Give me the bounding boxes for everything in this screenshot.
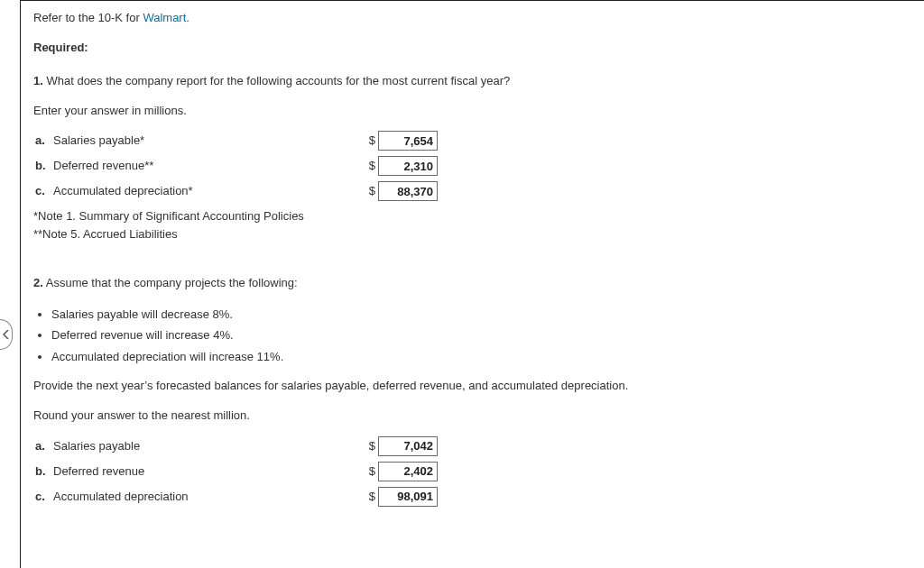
chevron-left-icon [3, 328, 9, 342]
q2-input-deferred[interactable] [378, 462, 438, 481]
q2-row-a: a. Salaries payable $ [33, 434, 911, 459]
q1-prompt: 1. What does the company report for the … [33, 72, 911, 90]
row-label: Deferred revenue** [53, 157, 365, 175]
row-label: Accumulated depreciation [53, 488, 365, 506]
row-letter: a. [33, 437, 53, 455]
question-content: Refer to the 10-K for Walmart. Required:… [20, 0, 924, 568]
required-heading: Required: [33, 39, 911, 57]
row-letter: b. [33, 157, 53, 175]
q2-number: 2. [33, 276, 43, 289]
dollar-sign: $ [365, 157, 378, 175]
q1-text: What does the company report for the fol… [43, 74, 510, 87]
row-letter: c. [33, 488, 53, 506]
dollar-sign: $ [365, 463, 378, 481]
q1-row-a: a. Salaries payable* $ [33, 128, 911, 153]
dollar-sign: $ [365, 182, 378, 200]
q1-instruction: Enter your answer in millions. [33, 102, 911, 120]
q1-row-c: c. Accumulated depreciation* $ [33, 179, 911, 204]
note-2: **Note 5. Accrued Liabilities [33, 225, 911, 243]
row-label: Salaries payable [53, 437, 365, 455]
q1-input-depreciation[interactable] [378, 181, 438, 201]
row-label: Salaries payable* [53, 132, 365, 150]
walmart-link[interactable]: Walmart. [143, 11, 189, 24]
bullet-item: Accumulated depreciation will increase 1… [51, 346, 911, 367]
row-letter: b. [33, 463, 53, 481]
q2-row-b: b. Deferred revenue $ [33, 459, 911, 484]
refer-prefix: Refer to the 10-K for [33, 11, 143, 24]
row-letter: a. [33, 132, 53, 150]
q1-notes: *Note 1. Summary of Significant Accounti… [33, 207, 911, 243]
row-label: Accumulated depreciation* [53, 182, 365, 200]
q2-input-salaries[interactable] [378, 436, 438, 456]
collapse-panel-button[interactable] [0, 319, 13, 350]
bullet-item: Salaries payable will decrease 8%. [51, 304, 911, 325]
q2-input-depreciation[interactable] [378, 487, 438, 507]
q2-text: Assume that the company projects the fol… [43, 276, 298, 289]
q2-bullets: Salaries payable will decrease 8%. Defer… [33, 304, 911, 367]
q1-number: 1. [33, 74, 43, 87]
refer-line: Refer to the 10-K for Walmart. [33, 9, 911, 27]
dollar-sign: $ [365, 437, 378, 455]
dollar-sign: $ [365, 132, 378, 150]
q1-input-deferred[interactable] [378, 156, 438, 176]
q2-provide: Provide the next year’s forecasted balan… [33, 377, 911, 395]
q1-input-salaries[interactable] [378, 131, 438, 151]
q2-prompt: 2. Assume that the company projects the … [33, 274, 911, 292]
q1-row-b: b. Deferred revenue** $ [33, 153, 911, 179]
bullet-item: Deferred revenue will increase 4%. [51, 325, 911, 345]
row-letter: c. [33, 182, 53, 200]
dollar-sign: $ [365, 488, 378, 506]
q2-row-c: c. Accumulated depreciation $ [33, 484, 911, 509]
q2-round: Round your answer to the nearest million… [33, 407, 911, 425]
row-label: Deferred revenue [53, 463, 365, 481]
note-1: *Note 1. Summary of Significant Accounti… [33, 207, 911, 225]
